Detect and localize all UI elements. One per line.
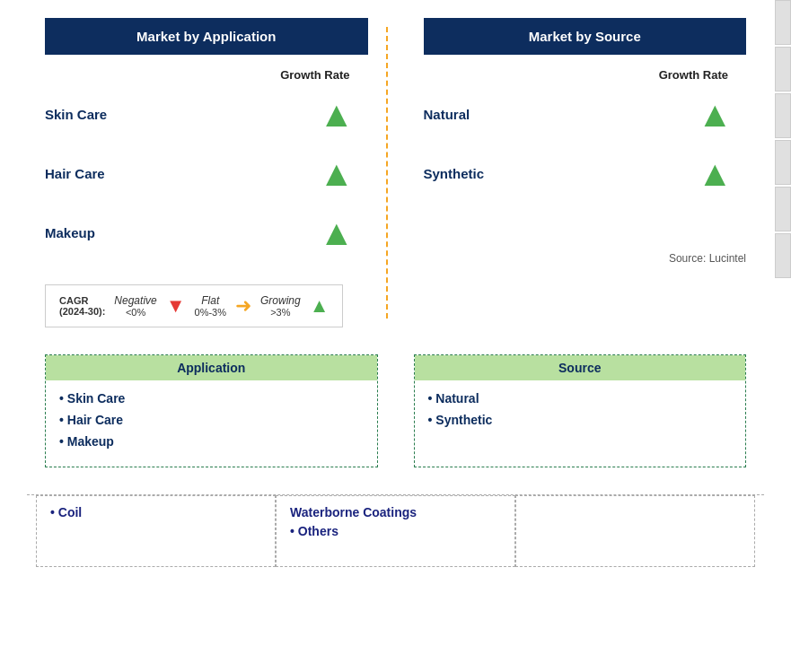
application-item-skincare: Skin Care — [59, 391, 364, 406]
skin-care-arrow-container: ▲ — [319, 96, 368, 132]
skin-care-label: Skin Care — [45, 107, 107, 122]
natural-arrow-container: ▲ — [697, 96, 746, 132]
bottom-left-coil: Coil — [50, 505, 261, 519]
right-growth-rate-label: Growth Rate — [424, 68, 747, 82]
side-tab-2 — [775, 47, 791, 92]
left-panel: Market by Application Growth Rate Skin C… — [27, 18, 377, 327]
synthetic-row: Synthetic ▲ — [424, 148, 747, 198]
side-tab-4 — [775, 140, 791, 185]
growing-title: Growing — [260, 294, 301, 307]
yellow-right-arrow-icon: ➜ — [235, 294, 251, 318]
side-tab-1 — [775, 0, 791, 45]
bottom-card-middle: Waterborne Coatings Others — [276, 495, 515, 567]
side-tabs — [775, 0, 791, 278]
left-growth-rate-label: Growth Rate — [45, 68, 368, 82]
skin-care-arrow-up: ▲ — [319, 96, 355, 132]
flat-range: 0%-3% — [195, 307, 226, 318]
source-card-content: Natural Synthetic — [415, 380, 746, 445]
source-item-natural: Natural — [428, 391, 733, 406]
hair-care-row: Hair Care ▲ — [45, 148, 368, 198]
application-item-makeup: Makeup — [59, 434, 364, 449]
natural-arrow-up: ▲ — [697, 96, 733, 132]
vertical-divider — [386, 27, 388, 319]
side-tab-6 — [775, 233, 791, 278]
source-item-synthetic: Synthetic — [428, 413, 733, 427]
natural-label: Natural — [424, 107, 470, 122]
left-panel-header: Market by Application — [45, 18, 368, 55]
skin-care-row: Skin Care ▲ — [45, 89, 368, 139]
side-tab-3 — [775, 93, 791, 138]
negative-legend-item: Negative <0% — [114, 294, 156, 318]
bottom-card-right — [515, 495, 755, 567]
makeup-row: Makeup ▲ — [45, 207, 368, 257]
bottom-card-left: Coil — [36, 495, 276, 567]
negative-range: <0% — [126, 307, 145, 318]
bottom-bottom-section: Coil Waterborne Coatings Others — [27, 494, 764, 567]
makeup-arrow-container: ▲ — [319, 214, 368, 250]
flat-legend-item: Flat 0%-3% — [195, 294, 226, 318]
synthetic-arrow-container: ▲ — [697, 155, 746, 191]
makeup-label: Makeup — [45, 225, 95, 240]
side-tab-5 — [775, 187, 791, 231]
cagr-years-label: (2024-30): — [59, 306, 105, 317]
source-card: Source Natural Synthetic — [414, 354, 747, 467]
green-right-arrow-icon: ▲ — [310, 294, 330, 318]
bottom-section: Application Skin Care Hair Care Makeup S… — [27, 354, 764, 467]
bottom-middle-others: Others — [290, 524, 501, 538]
application-card: Application Skin Care Hair Care Makeup — [45, 354, 378, 467]
flat-title: Flat — [201, 294, 219, 307]
legend-section: CAGR (2024-30): Negative <0% ▼ Flat — [45, 275, 368, 327]
top-section: Market by Application Growth Rate Skin C… — [27, 18, 764, 327]
application-card-header: Application — [46, 355, 377, 380]
red-down-arrow-icon: ▼ — [166, 294, 186, 318]
negative-title: Negative — [114, 294, 156, 307]
source-text: Source: Lucintel — [424, 252, 747, 265]
synthetic-arrow-up: ▲ — [697, 155, 733, 191]
legend-box: CAGR (2024-30): Negative <0% ▼ Flat — [45, 284, 343, 327]
right-panel: Market by Source Growth Rate Natural ▲ S… — [397, 18, 765, 327]
application-item-haircare: Hair Care — [59, 413, 364, 427]
right-panel-header: Market by Source — [424, 18, 747, 55]
growing-range: >3% — [270, 307, 290, 318]
cagr-label-group: CAGR (2024-30): — [59, 295, 105, 317]
hair-care-arrow-up: ▲ — [319, 155, 355, 191]
application-card-content: Skin Care Hair Care Makeup — [46, 380, 377, 467]
growing-legend-item: Growing >3% — [260, 294, 301, 318]
makeup-arrow-up: ▲ — [319, 214, 355, 250]
hair-care-label: Hair Care — [45, 166, 105, 181]
source-card-header: Source — [415, 355, 746, 380]
bottom-middle-title: Waterborne Coatings — [290, 505, 501, 519]
main-container: Market by Application Growth Rate Skin C… — [0, 0, 791, 585]
natural-row: Natural ▲ — [424, 89, 747, 139]
cagr-main-label: CAGR — [59, 295, 105, 306]
synthetic-label: Synthetic — [424, 166, 485, 181]
hair-care-arrow-container: ▲ — [319, 155, 368, 191]
